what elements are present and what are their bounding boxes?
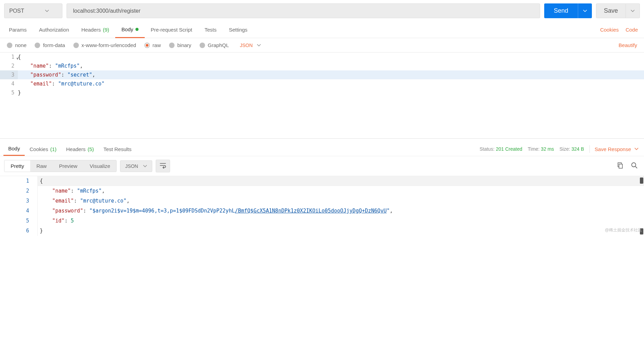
tab-body[interactable]: Body [115,22,144,38]
separator [589,145,590,153]
send-dropdown[interactable] [578,3,592,18]
editor-line: 3 "email": "mrc@tuture.co", [0,196,644,206]
chevron-down-icon [143,165,147,168]
code-link[interactable]: Code [622,22,641,37]
tab-settings[interactable]: Settings [223,22,253,37]
radio-icon [73,43,79,48]
editor-line[interactable]: 2 "name": "mRcfps", [0,61,644,70]
search-icon [631,164,638,170]
watermark: @稀土掘金技术社区 [605,225,642,235]
editor-line: 5 "id": 5 [0,216,644,226]
chevron-down-icon [257,44,261,47]
body-type-raw[interactable]: raw [144,42,161,48]
request-body-editor[interactable]: 1▼{2 "name": "mRcfps",3 "password": "sec… [0,53,644,135]
copy-button[interactable] [615,160,625,172]
resp-tab-headers[interactable]: Headers(5) [61,143,99,156]
radio-icon [7,43,12,48]
editor-line[interactable]: 5} [0,88,644,97]
headers-count: (9) [103,27,109,33]
tab-prerequest[interactable]: Pre-request Script [145,22,199,37]
editor-line[interactable]: 3 "password": "secret", [0,70,644,79]
chevron-down-icon [631,10,635,12]
resp-headers-count: (5) [87,146,94,152]
editor-line[interactable]: 1▼{ [0,53,644,61]
save-dropdown[interactable] [626,3,640,18]
editor-line[interactable]: 4 "email": "mrc@tuture.co" [0,79,644,88]
editor-line: 4 "password": "$argon2i$v=19$m=4096,t=3,… [0,206,644,216]
radio-icon [35,43,40,48]
beautify-link[interactable]: Beautify [619,42,637,48]
search-button[interactable] [629,160,640,172]
save-response-button[interactable]: Save Response [593,146,641,152]
radio-selected-icon [144,43,150,48]
wrap-lines-button[interactable] [156,160,170,172]
viewer-lang-select[interactable]: JSON [120,160,152,172]
tab-params[interactable]: Params [3,22,33,37]
radio-icon [200,43,205,48]
copy-icon [617,164,623,170]
svg-rect-1 [619,164,622,168]
status-meta: Status: 201 Created [477,146,525,152]
url-input[interactable] [67,3,540,18]
method-select[interactable]: POST [4,3,62,18]
cookies-link[interactable]: Cookies [597,22,622,37]
tab-authorization[interactable]: Authorization [33,22,75,37]
resp-tab-cookies[interactable]: Cookies(1) [25,143,61,156]
method-value: POST [9,8,24,14]
body-type-formdata[interactable]: form-data [35,42,65,48]
viewer-mode-segment: Pretty Raw Preview Visualize [4,160,117,172]
resp-tab-testresults[interactable]: Test Results [99,143,136,156]
chevron-down-icon [634,148,639,150]
editor-line: 1{ [0,176,644,186]
svg-line-3 [635,167,637,168]
body-dot-icon [135,28,139,31]
response-body-viewer[interactable]: 1{2 "name": "mRcfps",3 "email": "mrc@tut… [0,176,644,236]
size-meta: Size: 324 B [557,146,587,152]
editor-line: 2 "name": "mRcfps", [0,186,644,196]
send-button[interactable]: Send [544,3,578,18]
tab-headers[interactable]: Headers(9) [75,22,115,37]
body-type-none[interactable]: none [7,42,26,48]
viewer-raw[interactable]: Raw [30,160,53,172]
resp-tab-body[interactable]: Body [3,142,25,156]
scrollbar-thumb[interactable] [640,178,643,184]
radio-icon [169,43,175,48]
viewer-pretty[interactable]: Pretty [4,160,30,172]
svg-point-2 [632,163,636,167]
body-type-urlencoded[interactable]: x-www-form-urlencoded [73,42,136,48]
chevron-down-icon [583,10,587,12]
cookies-count: (1) [50,146,56,152]
save-button[interactable]: Save [596,3,626,18]
body-lang-select[interactable]: JSON [240,43,261,48]
editor-line: 6} [0,226,644,236]
chevron-down-icon [45,10,49,12]
tab-tests[interactable]: Tests [198,22,223,37]
wrap-icon [159,162,166,170]
viewer-preview[interactable]: Preview [53,160,83,172]
viewer-visualize[interactable]: Visualize [84,160,117,172]
body-type-binary[interactable]: binary [169,42,191,48]
body-type-graphql[interactable]: GraphQL [200,42,229,48]
time-meta: Time: 32 ms [525,146,557,152]
